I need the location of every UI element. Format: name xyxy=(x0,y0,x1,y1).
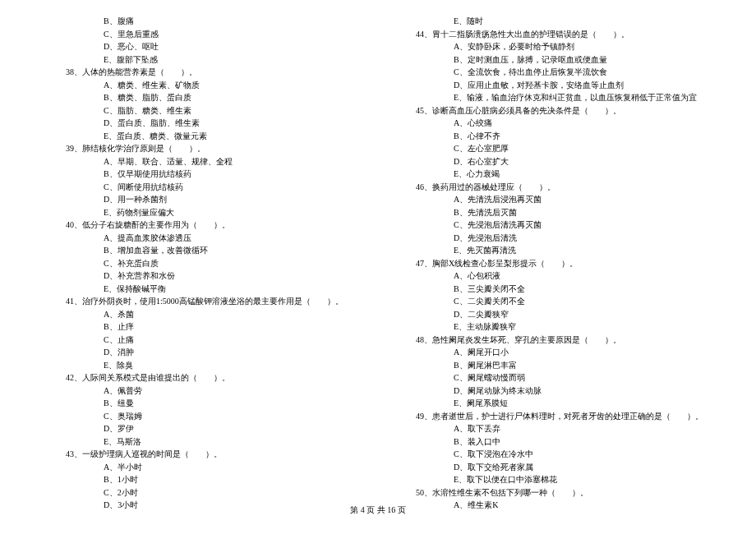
option-text: E、主动脉瓣狭窄 xyxy=(439,320,740,334)
option-text: E、取下以便在口中添塞棉花 xyxy=(439,473,740,486)
option-text: B、腹痛 xyxy=(89,15,390,28)
left-column: B、腹痛C、里急后重感D、恶心、呕吐E、腹部下坠感38、人体的热能营养素是（ ）… xyxy=(0,15,406,512)
option-text: A、早期、联合、适量、规律、全程 xyxy=(89,155,390,168)
option-text: C、间断使用抗结核药 xyxy=(89,181,390,194)
option-text: B、先清洗后灭菌 xyxy=(439,206,740,219)
option-text: D、用一种杀菌剂 xyxy=(89,193,390,206)
option-text: E、心力衰竭 xyxy=(439,168,740,181)
option-text: B、纽曼 xyxy=(89,397,390,410)
option-text: B、三尖瓣关闭不全 xyxy=(439,283,740,296)
page-footer: 第 4 页 共 16 页 xyxy=(0,504,756,517)
option-text: B、阑尾淋巴丰富 xyxy=(439,359,740,372)
option-text: B、增加血容量，改善微循环 xyxy=(89,244,390,257)
option-text: A、杀菌 xyxy=(89,308,390,321)
option-text: E、腹部下坠感 xyxy=(89,53,390,67)
option-text: E、保持酸碱平衡 xyxy=(89,283,390,296)
question-text: 38、人体的热能营养素是（ ）。 xyxy=(66,66,390,79)
option-text: A、半小时 xyxy=(89,461,390,474)
option-text: A、阑尾开口小 xyxy=(439,346,740,359)
option-text: B、止痒 xyxy=(89,320,390,334)
question-text: 44、胃十二指肠溃疡急性大出血的护理错误的是（ ）。 xyxy=(416,28,740,41)
option-text: C、补充蛋白质 xyxy=(89,257,390,270)
option-text: A、先清洗后浸泡再灭菌 xyxy=(439,193,740,206)
option-text: A、提高血浆胶体渗透压 xyxy=(89,232,390,245)
question-text: 46、换药用过的器械处理应（ ）。 xyxy=(416,181,740,194)
option-text: B、装入口中 xyxy=(439,435,740,449)
option-text: E、先灭菌再清洗 xyxy=(439,244,740,257)
option-text: E、药物剂量应偏大 xyxy=(89,206,390,219)
option-text: C、里急后重感 xyxy=(89,28,390,41)
option-text: B、糖类、脂肪、蛋白质 xyxy=(89,91,390,104)
option-text: C、止痛 xyxy=(89,334,390,347)
question-text: 47、胸部X线检查心影呈梨形提示（ ）。 xyxy=(416,257,740,270)
option-text: D、应用止血敏，对羟基卡胺，安络血等止血剂 xyxy=(439,79,740,92)
option-text: B、定时测血压，脉搏，记录呕血或便血量 xyxy=(439,53,740,67)
option-text: D、先浸泡后清洗 xyxy=(439,232,740,245)
option-text: D、罗伊 xyxy=(89,422,390,435)
option-text: C、2小时 xyxy=(89,486,390,499)
option-text: D、恶心、呕吐 xyxy=(89,40,390,53)
option-text: D、阑尾动脉为终末动脉 xyxy=(439,384,740,398)
option-text: D、消肿 xyxy=(89,346,390,359)
option-text: C、脂肪、糖类、维生素 xyxy=(89,104,390,117)
question-text: 49、患者逝世后，护士进行尸体料理时，对死者牙齿的处理正确的是（ ）。 xyxy=(416,410,740,423)
option-text: A、心包积液 xyxy=(439,269,740,283)
question-text: 40、低分子右旋糖酐的主要作用为（ ）。 xyxy=(66,219,390,232)
option-text: E、输液，输血治疗休克和纠正贫血，以血压恢复稍低于正常值为宜 xyxy=(439,91,740,104)
option-text: C、二尖瓣关闭不全 xyxy=(439,295,740,308)
question-text: 39、肺结核化学治疗原则是（ ）。 xyxy=(66,142,390,155)
option-text: C、阑尾蠕动慢而弱 xyxy=(439,371,740,384)
option-text: A、安静卧床，必要时给予镇静剂 xyxy=(439,40,740,53)
option-text: C、左心室肥厚 xyxy=(439,142,740,155)
option-text: C、奥瑞姆 xyxy=(89,410,390,423)
option-text: B、心律不齐 xyxy=(439,130,740,143)
option-text: A、糖类、维生素、矿物质 xyxy=(89,79,390,92)
question-text: 43、一级护理病人巡视的时间是（ ）。 xyxy=(66,448,390,461)
option-text: B、仅早期使用抗结核药 xyxy=(89,168,390,181)
option-text: C、取下浸泡在冷水中 xyxy=(439,448,740,461)
option-text: A、取下丢弃 xyxy=(439,422,740,435)
option-text: B、1小时 xyxy=(89,473,390,486)
question-text: 41、治疗外阴炎时，使用1:5000高锰酸钾溶液坐浴的最主要作用是（ ）。 xyxy=(66,295,390,308)
question-text: 50、水溶性维生素不包括下列哪一种（ ）。 xyxy=(416,486,740,499)
question-text: 42、人际间关系模式是由谁提出的（ ）。 xyxy=(66,371,390,384)
option-text: E、阑尾系膜短 xyxy=(439,397,740,410)
option-text: E、随时 xyxy=(439,15,740,28)
option-text: E、除臭 xyxy=(89,359,390,372)
option-text: A、心绞痛 xyxy=(439,117,740,130)
question-text: 45、诊断高血压心脏病必须具备的先决条件是（ ）。 xyxy=(416,104,740,117)
option-text: C、全流饮食，待出血停止后恢复半流饮食 xyxy=(439,66,740,79)
question-text: 48、急性阑尾炎发生坏死、穿孔的主要原因是（ ）。 xyxy=(416,334,740,347)
option-text: D、二尖瓣狭窄 xyxy=(439,308,740,321)
right-column: E、随时44、胃十二指肠溃疡急性大出血的护理错误的是（ ）。A、安静卧床，必要时… xyxy=(406,15,756,512)
option-text: D、蛋白质、脂肪、维生素 xyxy=(89,117,390,130)
option-text: D、右心室扩大 xyxy=(439,155,740,168)
option-text: C、先浸泡后清洗再灭菌 xyxy=(439,219,740,232)
option-text: E、马斯洛 xyxy=(89,435,390,449)
option-text: E、蛋白质、糖类、微量元素 xyxy=(89,130,390,143)
option-text: D、取下交给死者家属 xyxy=(439,461,740,474)
option-text: A、佩普劳 xyxy=(89,384,390,398)
option-text: D、补充营养和水份 xyxy=(89,269,390,283)
